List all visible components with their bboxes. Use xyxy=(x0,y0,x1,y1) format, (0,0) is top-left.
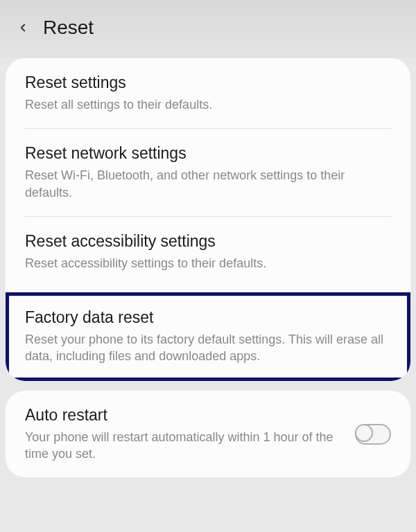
toggle-text: Auto restart Your phone will restart aut… xyxy=(25,406,355,463)
item-desc: Your phone will restart automatically wi… xyxy=(25,429,341,463)
reset-network-item[interactable]: Reset network settings Reset Wi-Fi, Blue… xyxy=(6,129,410,216)
item-title: Auto restart xyxy=(25,406,341,425)
item-title: Reset accessibility settings xyxy=(25,232,391,251)
item-desc: Reset your phone to its factory default … xyxy=(25,331,391,365)
settings-card: Reset settings Reset all settings to the… xyxy=(6,58,410,381)
item-title: Reset network settings xyxy=(25,144,391,163)
item-desc: Reset accessibility settings to their de… xyxy=(25,255,391,272)
item-desc: Reset all settings to their defaults. xyxy=(25,96,391,113)
content: Reset settings Reset all settings to the… xyxy=(0,58,416,477)
toggle-knob xyxy=(355,424,373,442)
item-title: Factory data reset xyxy=(25,308,391,327)
factory-reset-item[interactable]: Factory data reset Reset your phone to i… xyxy=(9,296,407,378)
header: Reset xyxy=(0,0,416,58)
auto-restart-item[interactable]: Auto restart Your phone will restart aut… xyxy=(6,391,410,478)
auto-restart-card: Auto restart Your phone will restart aut… xyxy=(6,391,410,478)
item-title: Reset settings xyxy=(25,73,391,92)
back-icon[interactable] xyxy=(17,21,29,34)
item-desc: Reset Wi-Fi, Bluetooth, and other networ… xyxy=(25,167,391,201)
reset-accessibility-item[interactable]: Reset accessibility settings Reset acces… xyxy=(6,217,410,287)
reset-settings-item[interactable]: Reset settings Reset all settings to the… xyxy=(6,58,410,128)
factory-reset-highlight: Factory data reset Reset your phone to i… xyxy=(6,292,410,381)
page-title: Reset xyxy=(43,17,94,39)
auto-restart-toggle[interactable] xyxy=(355,424,391,445)
